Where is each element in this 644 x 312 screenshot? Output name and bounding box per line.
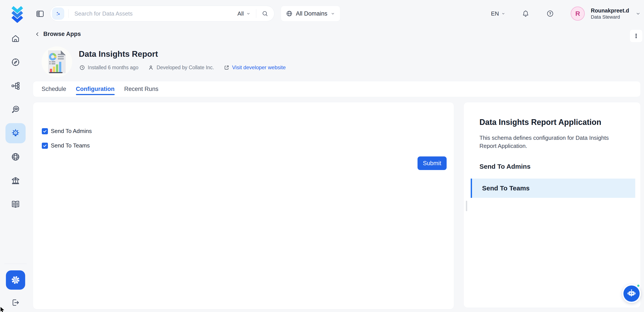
chevron-left-icon (34, 31, 40, 37)
observability-search-eye-icon (11, 105, 20, 114)
sidebar-item-data-flow[interactable] (6, 76, 26, 96)
configuration-form-card: Send To Admins Send To Teams Submit (33, 102, 454, 309)
search-icon[interactable] (262, 10, 268, 17)
developer-info: Developed by Collate Inc. (148, 65, 214, 71)
user-initial: R (575, 10, 580, 17)
user-info: Rounakpreet.d Data Steward (591, 7, 629, 20)
submit-button[interactable]: Submit (418, 157, 446, 170)
topbar-right-cluster: EN ? R Rounakpreet.d Data Steward (491, 0, 641, 27)
svg-text:?: ? (549, 12, 551, 16)
user-name: Rounakpreet.d (591, 7, 629, 14)
external-link-icon (224, 65, 230, 71)
send-to-teams-row: Send To Teams (42, 142, 454, 149)
schema-title: Data Insights Report Application (480, 118, 627, 127)
tab-recent-runs[interactable]: Recent Runs (124, 81, 158, 97)
send-to-admins-row: Send To Admins (42, 128, 454, 134)
insights-lightbulb-icon (10, 128, 20, 138)
panel-scrollbar-thumb[interactable] (466, 201, 467, 211)
robot-icon (626, 288, 637, 299)
send-to-admins-label: Send To Admins (51, 128, 92, 134)
app-logo (42, 47, 72, 77)
search-scope-label: All (238, 10, 244, 17)
chatbot-circle (624, 285, 640, 302)
logout-button[interactable] (11, 298, 20, 307)
notifications-bell-icon[interactable] (522, 10, 530, 18)
schema-field-send-to-admins: Send To Admins (480, 163, 625, 170)
clock-icon (79, 65, 85, 71)
schema-documentation-panel: Data Insights Report Application This sc… (464, 102, 641, 308)
sidebar-item-governance[interactable] (6, 171, 26, 191)
schema-field-send-to-teams[interactable]: Send To Teams (471, 179, 635, 198)
page-title: Data Insights Report (79, 50, 158, 59)
developer-website-link[interactable]: Visit developer website (224, 64, 286, 71)
gear-icon (10, 275, 21, 285)
chevron-down-icon (501, 12, 506, 16)
user-avatar[interactable]: R (571, 7, 585, 21)
sidebar-item-observability[interactable] (6, 99, 26, 120)
language-dropdown[interactable]: EN (491, 10, 506, 17)
help-icon[interactable]: ? (546, 10, 554, 18)
search-input[interactable] (69, 10, 238, 17)
tab-configuration[interactable]: Configuration (76, 81, 115, 97)
kebab-menu-icon (633, 33, 639, 39)
sidebar-item-glossary[interactable] (6, 194, 26, 214)
top-navigation-bar: All All Domains EN (0, 0, 644, 27)
chatbot-button[interactable] (622, 284, 641, 303)
user-role: Data Steward (591, 14, 629, 20)
mouse-cursor (0, 306, 6, 312)
sidebar-item-insights[interactable] (6, 123, 26, 143)
sidebar-divider (4, 264, 27, 264)
global-search-bar: All (50, 6, 274, 22)
globe-icon (286, 10, 293, 17)
chevron-down-icon (246, 11, 251, 16)
developer-text: Developed by Collate Inc. (156, 65, 214, 71)
language-label: EN (491, 10, 499, 17)
sidebar-item-home[interactable] (6, 29, 26, 49)
breadcrumb-label: Browse Apps (43, 31, 81, 38)
person-icon (148, 65, 154, 71)
developer-website-label: Visit developer website (232, 64, 286, 71)
send-to-teams-label: Send To Teams (51, 142, 90, 149)
explore-compass-icon (11, 57, 20, 67)
report-document-icon (46, 50, 68, 74)
chevron-down-icon (330, 11, 335, 16)
data-flow-icon (11, 81, 20, 91)
domains-filter-label: All Domains (296, 10, 327, 17)
back-browse-apps[interactable]: Browse Apps (34, 31, 81, 38)
more-options-button[interactable] (630, 29, 643, 43)
ai-sparkles-icon[interactable] (52, 8, 64, 20)
tab-schedule[interactable]: Schedule (42, 81, 66, 97)
governance-bank-icon (11, 176, 20, 185)
glossary-book-icon (11, 199, 20, 209)
domains-globe-icon (11, 152, 20, 162)
checkmark-icon (43, 129, 47, 133)
home-icon (11, 34, 20, 43)
sidebar-bottom (0, 264, 31, 312)
installed-text: Installed 6 months ago (88, 65, 138, 71)
app-meta-row: Installed 6 months ago Developed by Coll… (79, 64, 286, 71)
user-menu-chevron-icon[interactable] (635, 11, 641, 17)
checkmark-icon (43, 143, 47, 148)
collate-logo-icon[interactable] (8, 5, 26, 23)
search-scope-dropdown[interactable]: All (238, 10, 251, 17)
search-divider (256, 9, 256, 18)
chatbot-status-dot (637, 285, 640, 287)
sidebar-item-domains[interactable] (6, 147, 26, 167)
logout-icon (11, 298, 20, 307)
send-to-admins-checkbox[interactable] (42, 128, 48, 134)
sidebar-item-explore[interactable] (6, 52, 26, 72)
settings-button[interactable] (6, 270, 25, 290)
left-navigation-sidebar (0, 27, 31, 312)
app-tabs: Schedule Configuration Recent Runs (33, 81, 641, 97)
schema-description: This schema defines configuration for Da… (480, 134, 625, 150)
domains-filter-dropdown[interactable]: All Domains (281, 6, 340, 22)
installed-info: Installed 6 months ago (79, 65, 138, 71)
sidebar-toggle-icon[interactable] (35, 9, 45, 19)
send-to-teams-checkbox[interactable] (42, 143, 48, 149)
